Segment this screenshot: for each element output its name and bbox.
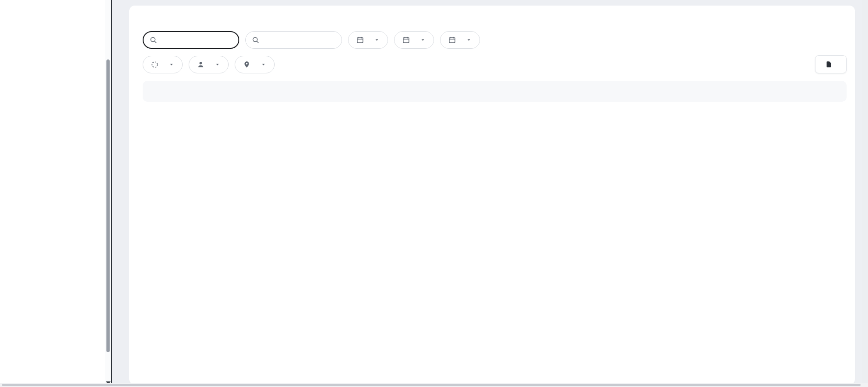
search-icon (251, 36, 260, 44)
caret-down-icon (374, 37, 380, 43)
page-horizontal-scrollbar[interactable] (0, 383, 868, 387)
filter-fecha-pago[interactable] (394, 31, 434, 49)
nro-factura-input[interactable] (161, 36, 233, 44)
caret-down-icon (260, 61, 267, 68)
descargar-xlsx-button[interactable] (815, 55, 847, 73)
sidebar-scrollbar-track[interactable] (105, 0, 111, 387)
file-icon (825, 60, 833, 68)
filter-fecha-vencimiento[interactable] (440, 31, 480, 49)
filter-localidad[interactable] (235, 56, 275, 73)
status-circle-icon (151, 60, 159, 69)
filter-proveedor[interactable] (189, 56, 229, 73)
caret-down-icon (466, 37, 472, 43)
table-header-row (143, 81, 847, 102)
facturas-panel (129, 6, 855, 385)
search-icon (149, 36, 158, 44)
filters-row-2 (143, 56, 847, 73)
nro-factura-search[interactable] (143, 31, 239, 49)
app (0, 0, 868, 387)
sidebar (0, 0, 112, 387)
sidebar-scrollbar-thumb[interactable] (106, 59, 110, 352)
caret-down-icon (420, 37, 426, 43)
filters-row-1 (143, 31, 847, 49)
person-icon (197, 60, 205, 69)
caret-down-icon (168, 61, 175, 68)
page-vertical-scrollbar[interactable] (862, 0, 868, 387)
id-factura-input[interactable] (263, 36, 336, 44)
caret-down-icon (214, 61, 221, 68)
filter-fecha-emision[interactable] (348, 31, 388, 49)
calendar-icon (402, 36, 410, 44)
id-factura-search[interactable] (245, 31, 342, 49)
map-pin-icon (243, 60, 251, 69)
calendar-icon (356, 36, 364, 44)
calendar-icon (448, 36, 456, 44)
page-horizontal-scrollbar-thumb[interactable] (2, 384, 861, 386)
main-content (112, 0, 868, 387)
filter-estado[interactable] (143, 56, 183, 73)
